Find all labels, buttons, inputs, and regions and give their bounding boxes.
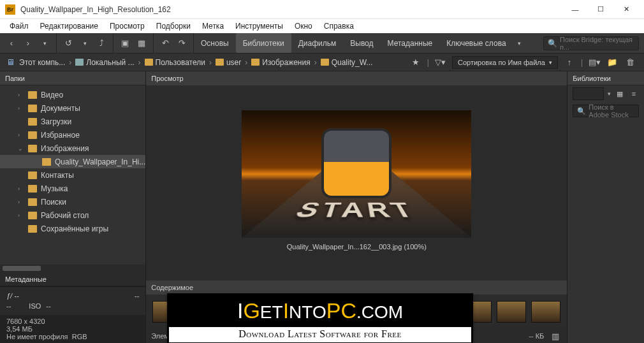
tab-filmstrip[interactable]: Диафильм [291,33,344,53]
boomerang-icon[interactable]: ⤴ [95,37,108,50]
library-search-input[interactable]: 🔍 Поиск в Adobe Stock [573,105,639,117]
list-view-icon[interactable]: ≡ [629,89,639,99]
preview-image[interactable]: START [242,110,471,238]
tree-item[interactable]: Контакты [0,168,145,182]
recent-icon[interactable]: ↺ [62,37,75,50]
new-folder-icon[interactable]: 📁 [606,56,618,69]
folder-tree: ›Видео ›Документы Загрузки ›Избранное ⌄И… [0,85,145,265]
tree-item[interactable]: ›Видео [0,88,145,101]
tree-item[interactable]: ›Документы [0,101,145,115]
menu-help[interactable]: Справка [318,20,360,32]
menu-stacks[interactable]: Подборки [150,20,196,32]
tab-essentials[interactable]: Основы [194,33,236,53]
folder-icon [28,118,37,126]
menu-window[interactable]: Окно [289,20,318,32]
open-app-icon[interactable]: ▤▾ [588,56,601,69]
filter-stars-icon[interactable]: ★ [409,56,422,69]
chevron-down-icon[interactable]: ▾ [78,37,91,50]
tree-item[interactable]: Загрузки [0,115,145,128]
folder-icon [28,91,37,99]
tree-item[interactable]: Сохранённые игры [0,222,145,235]
folder-icon [28,185,37,193]
chevron-down-icon[interactable]: ▾ [608,91,611,97]
folders-panel-header[interactable]: Папки [0,71,145,85]
chevron-right-icon: › [68,58,73,67]
folder-icon [28,105,37,112]
search-icon: 🔍 [577,107,586,115]
folder-icon [28,131,37,139]
menu-edit[interactable]: Редактирование [34,20,104,32]
menu-view[interactable]: Просмотр [104,20,150,32]
folder-icon [321,59,329,66]
preview-panel-header[interactable]: Просмотр [146,71,567,85]
menu-label[interactable]: Метка [196,20,230,32]
funnel-icon[interactable]: ▽▾ [434,56,447,69]
chevron-down-icon[interactable]: ▾ [38,37,51,50]
breadcrumb[interactable]: Изображения [249,58,312,67]
metadata-panel-header[interactable]: Метаданные [0,272,145,286]
breadcrumb[interactable]: user [213,58,244,67]
breadcrumb[interactable]: Локальный ... [73,58,136,67]
thumbnail[interactable] [531,301,560,323]
menu-file[interactable]: Файл [4,20,34,32]
chevron-right-icon: › [244,58,249,67]
tab-libraries[interactable]: Библиотеки [236,33,291,53]
grid-icon[interactable]: ▦ [135,37,148,50]
computer-icon[interactable]: 🖥 [4,56,17,69]
forward-button[interactable]: › [22,37,34,50]
chevron-down-icon[interactable]: ▾ [513,37,526,50]
color-mode-value: RGB [72,333,87,340]
tree-item[interactable]: ⌄Изображения [0,142,145,155]
watermark-banner: IGETINTOPC.COM Download Latest Software … [167,293,473,343]
dimensions-value: 7680 x 4320 [6,317,87,325]
toolbar: ‹ › ▾ ↺ ▾ ⤴ ▣ ▦ ↶ ↷ Основы Библиотеки Ди… [0,33,644,54]
trash-icon[interactable]: 🗑 [624,56,636,69]
grid-view-icon[interactable]: ▦ [615,89,625,99]
tree-item[interactable]: ›Рабочий стол [0,208,145,222]
folder-icon [28,198,37,206]
tree-item[interactable]: ›Поиски [0,195,145,208]
tree-item[interactable]: ›Избранное [0,128,145,142]
rotate-ccw-icon[interactable]: ↶ [159,37,172,50]
folder-icon [145,59,153,66]
back-button[interactable]: ‹ [5,37,18,50]
camera-icon[interactable]: ▣ [119,37,131,50]
search-placeholder: Поиск Bridge: текущая п... [560,36,634,51]
horizontal-scrollbar[interactable] [0,265,145,272]
library-select[interactable] [573,87,604,100]
libraries-panel-header[interactable]: Библиотеки [567,71,644,85]
tree-item[interactable]: ›Музыка [0,182,145,195]
watermark-tagline: Download Latest Software for Free [169,327,471,342]
thumbnail[interactable] [497,301,526,323]
breadcrumb[interactable]: Этот компь... [17,58,68,67]
preview-area: START Quality_Wallpaper_In...162__003.jp… [146,85,567,281]
chevron-right-icon: › [137,58,142,67]
menu-tools[interactable]: Инструменты [230,20,289,32]
breadcrumb[interactable]: Quality_W... [318,58,376,67]
metadata-footer: 7680 x 4320 3,54 МБ Не имеет профиля RGB [0,315,145,343]
minimize-button[interactable]: — [562,1,588,18]
watermark-brand: IGETINTOPC.COM [169,295,471,327]
tab-metadata[interactable]: Метаданные [381,33,440,53]
tab-output[interactable]: Вывод [343,33,380,53]
breadcrumb[interactable]: Пользователи [142,58,208,67]
chevron-down-icon: ▾ [549,59,552,66]
filesize-value: 3,54 МБ [6,325,87,333]
workspace-tabs: Основы Библиотеки Диафильм Вывод Метадан… [194,33,526,53]
options-icon[interactable]: ▥ [549,330,562,342]
folder-icon [28,172,37,179]
search-icon: 🔍 [548,39,557,48]
size-indicator: -- КБ [529,332,544,340]
content-panel-header[interactable]: Содержимое [146,281,567,295]
close-button[interactable]: ✕ [613,1,639,18]
sort-asc-icon[interactable]: ↑ [563,56,576,69]
chevron-right-icon: › [208,58,213,67]
rotate-cw-icon[interactable]: ↷ [175,37,188,50]
maximize-button[interactable]: ☐ [588,1,613,18]
app-icon: Br [5,4,15,15]
search-input[interactable]: 🔍 Поиск Bridge: текущая п... [543,36,639,50]
menubar: Файл Редактирование Просмотр Подборки Ме… [0,19,644,33]
tree-item-selected[interactable]: Quality_Wallpaper_In_Hi... [0,155,145,168]
tab-keywords[interactable]: Ключевые слова [439,33,513,53]
sort-dropdown[interactable]: Сортировка по Имя файла▾ [452,56,558,69]
